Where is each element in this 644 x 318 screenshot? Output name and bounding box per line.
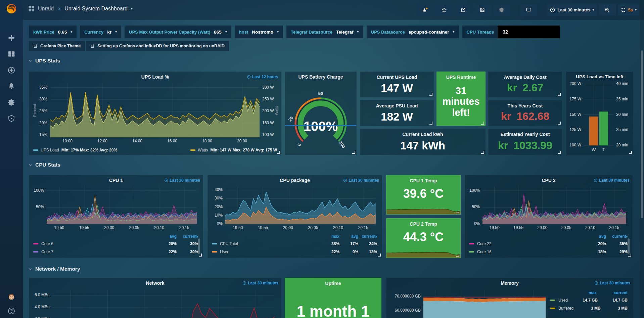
link-ups-monitoring-guide[interactable]: Setting up Grafana and InfluxDB for UPS … xyxy=(86,41,229,51)
legend-column-header[interactable]: avg xyxy=(339,234,358,239)
breadcrumb-page[interactable]: Unraid System Dashboard xyxy=(64,6,128,12)
y-axis-tick: 60.000000 GB xyxy=(388,308,421,313)
variable-ups-max-output[interactable]: UPS Max Output Power Capacity (Watt)865▾ xyxy=(125,26,231,38)
chevron-down-icon[interactable]: ▾ xyxy=(131,7,133,10)
user-avatar[interactable] xyxy=(6,292,16,302)
sparkline-canvas xyxy=(386,201,460,214)
chevron-right-icon xyxy=(57,7,61,11)
chevron-down-icon[interactable]: ▾ xyxy=(635,8,637,11)
panel-resize-handle[interactable] xyxy=(429,122,432,125)
ups-bars-chart: 200 W40 min175 W35 min150 W30 min125 W25… xyxy=(566,81,633,153)
bar-T[interactable] xyxy=(599,111,608,145)
dashboards-grid-icon[interactable] xyxy=(28,5,35,12)
panel-resize-handle[interactable] xyxy=(456,210,459,213)
legend-row[interactable]: Used14.7 GB14.7 GB xyxy=(550,296,628,304)
legend-item[interactable]: WattsMin: 147 W Max: 278 W Avg: 175 W xyxy=(190,148,277,152)
save-button[interactable] xyxy=(473,4,491,16)
sidebar-item-dashboards[interactable] xyxy=(7,50,16,58)
section-network-memory[interactable]: Network / Memory xyxy=(28,266,80,272)
legend-row[interactable]: Core 1618%29% xyxy=(469,248,628,256)
timerange-link[interactable]: Last 30 minutes xyxy=(594,281,630,285)
refresh-button[interactable]: 5s ▾ xyxy=(618,4,640,16)
share-button[interactable] xyxy=(454,4,472,16)
panel-resize-handle[interactable] xyxy=(558,151,561,154)
link-grafana-plex-theme[interactable]: Grafana Plex Theme xyxy=(29,41,85,51)
panel-resize-handle[interactable] xyxy=(481,122,484,125)
panel-resize-handle[interactable] xyxy=(558,93,561,96)
panel-resize-handle[interactable] xyxy=(629,151,632,154)
legend-column-header[interactable]: avg xyxy=(155,234,177,239)
x-axis-tick: 20:00 xyxy=(225,139,260,143)
legend-column-header[interactable]: current xyxy=(597,290,628,295)
panel-resize-handle[interactable] xyxy=(628,254,631,257)
panel-resize-handle[interactable] xyxy=(378,254,381,257)
stat-value: 147 kWh xyxy=(360,139,485,152)
add-panel-button[interactable] xyxy=(416,4,433,16)
panel-ups-load: UPS Load % Last 12 hours 35%300 W30%250 … xyxy=(29,72,281,155)
legend-column-header[interactable]: max xyxy=(321,234,339,239)
legend-row[interactable]: User22%9%13% xyxy=(212,248,377,256)
variable-host[interactable]: hostNostromo▾ xyxy=(235,26,283,38)
legend-column-header[interactable]: current▾ xyxy=(358,234,377,239)
legend-column-header[interactable]: current▾ xyxy=(606,234,628,239)
page-scrollbar-thumb[interactable] xyxy=(641,50,643,218)
dashboard-settings-button[interactable] xyxy=(493,4,510,16)
help-icon[interactable] xyxy=(7,307,16,315)
legend-item[interactable]: UPS LoadMin: 17% Max: 32% Avg: 20% xyxy=(33,148,117,152)
panel-resize-handle[interactable] xyxy=(352,151,355,154)
panel-resize-handle[interactable] xyxy=(199,254,202,257)
network-chart: 6.0 MBs4.0 MBs2.0 MBs xyxy=(31,287,279,318)
sidebar-item-create[interactable] xyxy=(7,34,16,42)
legend-row[interactable]: Core 722%30% xyxy=(33,248,198,256)
section-ups-stats[interactable]: UPS Stats xyxy=(28,58,60,64)
zoom-out-button[interactable] xyxy=(599,4,616,16)
star-button[interactable] xyxy=(435,4,453,16)
legend-row[interactable]: Buffered3 MB3 MB xyxy=(550,304,628,312)
timerange-link[interactable]: Last 12 hours xyxy=(247,75,278,79)
chevron-down-icon xyxy=(28,59,32,63)
page-scrollbar[interactable] xyxy=(640,0,644,318)
timerange-link[interactable]: Last 30 minutes xyxy=(164,178,200,183)
variable-currency[interactable]: Currencykr▾ xyxy=(80,26,121,38)
refresh-interval-label[interactable]: 5s xyxy=(628,7,633,12)
cpu-package-legend: maxavgcurrent▾CPU Total38%17%24%User22%9… xyxy=(212,233,377,256)
timerange-link[interactable]: Last 30 minutes xyxy=(242,281,278,285)
sidebar-item-explore[interactable] xyxy=(7,66,16,75)
x-axis-tick: 20:05 xyxy=(301,225,326,230)
timerange-link[interactable]: Last 30 minutes xyxy=(594,178,630,183)
section-cpu-stats[interactable]: CPU Stats xyxy=(28,162,60,168)
legend-row[interactable]: Core 620%30% xyxy=(33,240,198,248)
legend-sort-caret-icon: ▾ xyxy=(196,235,198,238)
legend-row[interactable]: CPU Total38%17%24% xyxy=(212,240,377,248)
legend-column-header[interactable]: avg xyxy=(585,234,606,239)
panel-resize-handle[interactable] xyxy=(456,254,459,257)
bar-W[interactable] xyxy=(589,117,598,145)
ups-load-legend: UPS LoadMin: 17% Max: 32% Avg: 20%WattsM… xyxy=(33,148,277,152)
y-axis-tick: 30% xyxy=(31,97,47,101)
timerange-link[interactable]: Last 30 minutes xyxy=(343,178,379,183)
panel-resize-handle[interactable] xyxy=(481,151,484,154)
grafana-logo[interactable] xyxy=(5,3,17,15)
variable-ups-datasource[interactable]: UPS Datasourceapcupsd-container▾ xyxy=(367,26,459,38)
x-axis-tick: 20:00 xyxy=(531,225,554,230)
legend-column-header[interactable]: current▾ xyxy=(177,234,198,239)
sidebar-item-configuration[interactable] xyxy=(7,98,16,107)
breadcrumb-app[interactable]: Unraid xyxy=(38,6,54,12)
legend-row[interactable]: Core 2220%35% xyxy=(469,240,628,248)
variable-telegraf-datasource[interactable]: Telegraf DatasourceTelegraf▾ xyxy=(286,26,363,38)
x-axis-tick: 20:00 xyxy=(97,225,122,230)
variable-kwh-price[interactable]: kWh Price0.65▾ xyxy=(29,26,77,38)
clock-icon xyxy=(247,75,251,79)
legend-column-header[interactable]: max xyxy=(566,290,597,295)
time-range-picker[interactable]: Last 30 minutes ▾ xyxy=(547,4,597,16)
legend-series-stats: Min: 147 W Max: 278 W Avg: 175 W xyxy=(211,148,277,152)
cpu1-chart: 100%50%19:5019:5520:0020:0520:1020:15 xyxy=(31,185,201,231)
panel-resize-handle[interactable] xyxy=(277,151,280,154)
sidebar-item-alerting[interactable] xyxy=(7,82,16,91)
cpu-threads-input[interactable]: 32 xyxy=(498,26,560,38)
cycle-view-mode-button[interactable] xyxy=(520,4,537,16)
panel-resize-handle[interactable] xyxy=(558,122,561,125)
legend-value: 17% xyxy=(339,241,358,246)
sidebar-item-server-admin[interactable] xyxy=(7,114,16,123)
panel-resize-handle[interactable] xyxy=(429,93,432,96)
